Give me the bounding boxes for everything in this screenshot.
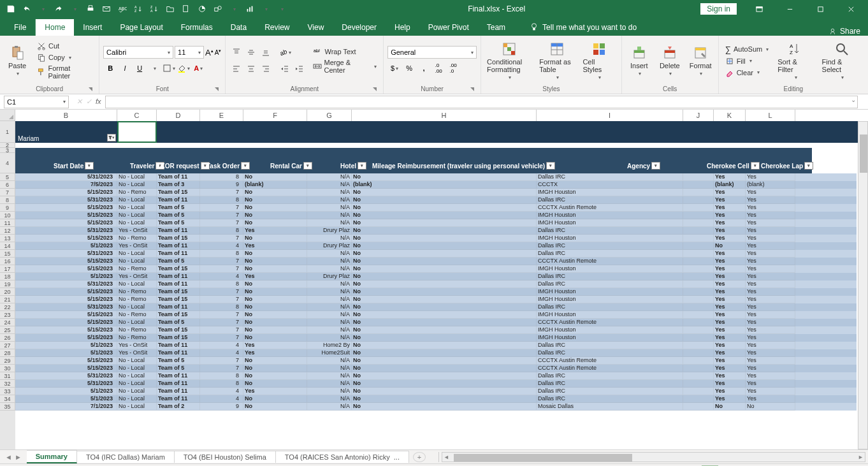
filter-8[interactable] — [751, 162, 760, 170]
table-row[interactable]: 5/15/2023No - LocalTeam of 57NoN/ANoIMGH… — [15, 212, 857, 219]
row-header-15[interactable]: 15 — [0, 250, 15, 258]
row-header-21[interactable]: 21 — [0, 296, 15, 303]
pie-icon[interactable] — [195, 2, 209, 16]
insert-cells-button[interactable]: Insert — [626, 43, 653, 79]
sheet-tab-to4-dallas[interactable]: TO4 (IRC Dallas) Mariam — [77, 451, 175, 463]
table-row[interactable]: 5/1/2023Yes - OnSitTeam of 114YesHome2 B… — [15, 342, 857, 349]
table-row[interactable]: 5/15/2023No - RemoTeam of 157NoN/ANoIMGH… — [15, 189, 857, 196]
qat-customize[interactable] — [275, 2, 289, 16]
new-icon[interactable] — [179, 2, 193, 16]
table-row[interactable]: 5/15/2023No - RemoTeam of 157NoN/ANoIMGH… — [15, 288, 857, 296]
table-row[interactable]: 5/15/2023No - RemoTeam of 157NoN/ANoIMGH… — [15, 296, 857, 303]
filter-7[interactable] — [651, 162, 660, 170]
alignment-launcher-icon[interactable] — [372, 86, 378, 92]
row-header-22[interactable]: 22 — [0, 303, 15, 311]
table-row[interactable]: 5/1/2023Yes - OnSitTeam of 114YesDrury P… — [15, 242, 857, 250]
name-box[interactable]: C1▾ — [4, 96, 69, 108]
tab-developer[interactable]: Developer — [333, 19, 386, 36]
find-select-button[interactable]: Find & Select — [820, 39, 864, 83]
number-format-select[interactable]: General▾ — [387, 46, 477, 59]
col-header-F[interactable]: F — [243, 110, 307, 121]
table-row[interactable]: 5/1/2023Yes - OnSitTeam of 114YesHome2Su… — [15, 349, 857, 357]
col-header-D[interactable]: D — [157, 110, 200, 121]
row-header-18[interactable]: 18 — [0, 273, 15, 280]
table-row[interactable]: 5/15/2023No - RemoTeam of 157NoN/ANoIMGH… — [15, 311, 857, 319]
align-bottom-icon[interactable] — [259, 45, 273, 59]
clipboard-launcher-icon[interactable] — [87, 86, 94, 92]
delete-cells-button[interactable]: Delete — [656, 43, 683, 79]
percent-format-icon[interactable]: % — [402, 61, 416, 75]
align-left-icon[interactable] — [229, 62, 243, 76]
grid[interactable]: Mariam Start DateTravelerTXOR requestTas… — [15, 121, 868, 449]
table-row[interactable]: 5/15/2023No - LocalTeam of 57NoN/ANoCCCT… — [15, 258, 857, 265]
tab-home[interactable]: Home — [36, 19, 74, 36]
filter-0[interactable] — [85, 162, 94, 170]
cell-styles-button[interactable]: Cell Styles — [580, 39, 617, 83]
table-row[interactable]: 5/15/2023No - LocalTeam of 57NoN/ANoCCCT… — [15, 204, 857, 212]
comma-format-icon[interactable]: , — [417, 61, 431, 75]
enter-formula-icon[interactable]: ✓ — [86, 98, 92, 106]
row-header-5[interactable]: 5 — [0, 173, 15, 181]
format-as-table-button[interactable]: Format as Table — [537, 39, 576, 83]
sheet-nav-next-icon[interactable]: ► — [15, 453, 22, 461]
grow-font-icon[interactable]: A▴ — [205, 48, 213, 57]
underline-button[interactable]: U — [133, 61, 147, 75]
col-header-G[interactable]: G — [307, 110, 352, 121]
accounting-format-icon[interactable]: $ — [387, 61, 401, 75]
row-header-19[interactable]: 19 — [0, 280, 15, 288]
row-header-28[interactable]: 28 — [0, 349, 15, 357]
tab-page-layout[interactable]: Page Layout — [111, 19, 171, 36]
table-row[interactable]: 5/31/2023No - LocalTeam of 118NoN/ANoDal… — [15, 380, 857, 388]
row-header-11[interactable]: 11 — [0, 219, 15, 227]
col-header-I[interactable]: I — [537, 110, 683, 121]
ribbon-display-icon[interactable] — [744, 0, 774, 18]
close-icon[interactable] — [836, 0, 865, 18]
row-header-6[interactable]: 6 — [0, 181, 15, 189]
tab-help[interactable]: Help — [386, 19, 419, 36]
decrease-indent-icon[interactable] — [278, 62, 292, 76]
open-icon[interactable] — [163, 2, 177, 16]
row-header-13[interactable]: 13 — [0, 235, 15, 242]
redo-icon[interactable] — [52, 2, 66, 16]
share-button[interactable]: Share — [830, 27, 860, 36]
row-header-9[interactable]: 9 — [0, 204, 15, 212]
tab-power-pivot[interactable]: Power Pivot — [419, 19, 478, 36]
fx-icon[interactable]: fx — [96, 98, 101, 106]
fill-button[interactable]: Fill — [723, 56, 772, 66]
table-row[interactable]: 7/5/2023No - LocalTeam of 39(blank)N/A(b… — [15, 181, 857, 189]
new-sheet-icon[interactable]: + — [413, 452, 426, 462]
tell-me[interactable]: Tell me what you want to do — [521, 19, 646, 36]
table-row[interactable]: 5/15/2023No - RemoTeam of 157NoN/ANoIMGH… — [15, 326, 857, 334]
undo-dropdown[interactable] — [36, 2, 50, 16]
formula-input[interactable] — [105, 96, 858, 108]
merge-center-button[interactable]: Merge & Center — [310, 58, 379, 75]
chart-icon[interactable] — [243, 2, 257, 16]
increase-indent-icon[interactable] — [293, 62, 307, 76]
horizontal-scrollbar[interactable]: ◄► — [442, 452, 865, 462]
align-middle-icon[interactable] — [244, 45, 258, 59]
font-size-select[interactable]: 11▾ — [175, 46, 204, 59]
filter-mariam[interactable] — [107, 134, 116, 142]
table-row[interactable]: 5/1/2023Yes - OnSitTeam of 114YesDrury P… — [15, 273, 857, 280]
shapes-dropdown[interactable] — [227, 2, 241, 16]
quickprint-icon[interactable] — [83, 2, 98, 16]
sheet-nav-prev-icon[interactable]: ◄ — [5, 453, 12, 461]
row-header-12[interactable]: 12 — [0, 227, 15, 235]
tab-view[interactable]: View — [299, 19, 333, 36]
table-row[interactable]: 5/31/2023No - LocalTeam of 118NoN/ANoDal… — [15, 250, 857, 258]
row-header-32[interactable]: 32 — [0, 380, 15, 388]
col-header-K[interactable]: K — [714, 110, 746, 121]
increase-decimal-icon[interactable]: .0.00 — [431, 61, 445, 75]
sheet-tab-to4-houston[interactable]: TO4 (BEI Houston) Selima — [175, 451, 276, 463]
cancel-formula-icon[interactable]: ✕ — [76, 98, 82, 106]
tab-review[interactable]: Review — [256, 19, 298, 36]
row-header-17[interactable]: 17 — [0, 265, 15, 273]
row-header-14[interactable]: 14 — [0, 242, 15, 250]
clear-button[interactable]: Clear — [723, 68, 772, 78]
sort-asc-icon[interactable]: AZ — [131, 2, 145, 16]
table-row[interactable]: 5/31/2023No - LocalTeam of 118NoN/ANoDal… — [15, 372, 857, 380]
table-row[interactable]: 5/31/2023No - LocalTeam of 118NoN/ANoDal… — [15, 280, 857, 288]
fill-color-button[interactable] — [177, 61, 191, 75]
row-header-27[interactable]: 27 — [0, 342, 15, 349]
table-row[interactable]: 5/31/2023No - LocalTeam of 118NoN/ANoDal… — [15, 196, 857, 204]
